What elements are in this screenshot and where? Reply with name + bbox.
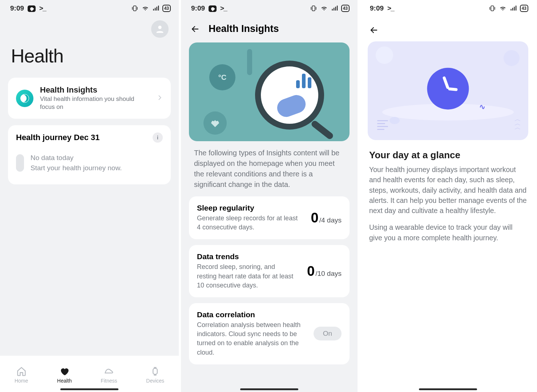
arrow-left-icon [368, 26, 379, 34]
nav-health[interactable]: Health [57, 366, 72, 384]
screen-day-at-glance: 9:09 >_ 43 ∿ ︿︿︿ Your day at a glance Yo… [358, 0, 536, 392]
insights-intro: The following types of Insights content … [181, 146, 358, 196]
back-button[interactable] [190, 24, 201, 34]
svg-rect-11 [337, 6, 338, 11]
back-button[interactable] [368, 25, 379, 36]
glance-heading: Your day at a glance [360, 150, 536, 164]
svg-point-5 [158, 26, 161, 29]
data-trends-card[interactable]: Data trends Record sleep, snoring, and r… [189, 245, 350, 297]
arrow-left-icon [190, 25, 201, 33]
sleep-sub: Generate sleep records for at least 4 co… [197, 214, 300, 232]
vibrate-icon [131, 5, 138, 12]
home-indicator[interactable] [60, 388, 118, 390]
sleep-regularity-card[interactable]: Sleep regularity Generate sleep records … [189, 196, 350, 239]
insights-title: Health Insights [40, 85, 150, 95]
battery-icon: 43 [341, 5, 350, 12]
watch-icon [150, 366, 160, 376]
svg-rect-8 [332, 9, 332, 11]
svg-rect-3 [156, 7, 157, 11]
nav-devices[interactable]: Devices [146, 366, 164, 384]
svg-rect-13 [510, 9, 511, 11]
journey-date: Dec 31 [74, 133, 100, 142]
status-time: 9:09 [191, 4, 205, 12]
profile-avatar[interactable] [151, 20, 169, 38]
svg-rect-15 [514, 7, 514, 11]
sleep-progress: 0/4 days [311, 210, 342, 226]
svg-rect-16 [516, 6, 516, 11]
corr-toggle[interactable]: On [314, 327, 342, 340]
status-bar: 9:09 >_ 43 [0, 0, 179, 17]
glance-hero-image: ∿ ︿︿︿ [368, 41, 528, 140]
wifi-icon [499, 5, 507, 12]
nav-fitness[interactable]: Fitness [101, 366, 117, 384]
journey-label: Health journey [16, 133, 72, 142]
glance-para1: Your health journey displays important w… [360, 164, 536, 222]
glance-para2: Using a wearable device to track your da… [360, 222, 536, 249]
bottom-nav: Home Health Fitness Devices [0, 356, 179, 392]
svg-rect-9 [334, 8, 334, 11]
screen-health-home: 9:09 >_ 43 Health Health Insights [0, 0, 179, 392]
health-journey-card[interactable]: Health journey Dec 31 i No data today St… [8, 125, 171, 184]
battery-icon: 43 [162, 5, 171, 12]
home-indicator[interactable] [240, 388, 298, 390]
insights-subtitle: Vital health information you should focu… [40, 95, 150, 112]
wifi-icon [141, 5, 149, 12]
status-time: 9:09 [370, 4, 384, 12]
svg-rect-1 [153, 9, 154, 11]
insights-hero-image: °C [189, 42, 350, 141]
vibrate-icon [489, 5, 496, 12]
heart-app-icon [28, 5, 36, 12]
person-icon [155, 24, 165, 34]
trends-title: Data trends [197, 252, 296, 261]
status-bar: 9:09 >_ 43 [181, 0, 358, 17]
health-insights-card[interactable]: Health Insights Vital health information… [8, 78, 171, 119]
svg-rect-2 [155, 8, 156, 11]
terminal-icon: >_ [387, 4, 394, 12]
svg-rect-0 [133, 6, 136, 11]
terminal-icon: >_ [39, 4, 46, 12]
empty-marker-icon [16, 154, 24, 172]
shoe-icon [104, 366, 114, 376]
page-title: Health [0, 38, 179, 78]
journey-empty-line1: No data today [31, 153, 122, 163]
svg-rect-7 [312, 6, 315, 11]
data-correlation-card[interactable]: Data correlation Correlation analysis be… [189, 303, 350, 364]
trends-progress: 0/10 days [307, 264, 342, 279]
svg-rect-14 [512, 8, 513, 11]
info-icon[interactable]: i [153, 132, 163, 143]
nav-home[interactable]: Home [15, 366, 28, 384]
status-bar: 9:09 >_ 43 [360, 0, 536, 17]
journey-empty-line2: Start your health journey now. [31, 163, 122, 173]
signal-icon [331, 5, 338, 12]
svg-rect-12 [491, 6, 494, 11]
terminal-icon: >_ [220, 4, 227, 12]
svg-rect-10 [335, 7, 336, 11]
screen-health-insights: 9:09 >_ 43 Health Insights °C The follow… [179, 0, 358, 392]
home-icon [16, 366, 27, 376]
corr-sub: Correlation analysis between health indi… [197, 320, 303, 357]
home-indicator[interactable] [419, 388, 477, 390]
insights-eye-icon [16, 90, 33, 107]
page-title: Health Insights [209, 23, 279, 34]
heart-icon [59, 366, 69, 376]
svg-rect-4 [158, 6, 159, 11]
signal-icon [152, 5, 160, 12]
chevron-right-icon [157, 93, 163, 103]
vibrate-icon [310, 5, 317, 12]
battery-icon: 43 [520, 5, 528, 12]
wifi-icon [320, 5, 328, 12]
signal-icon [510, 5, 517, 12]
trends-sub: Record sleep, snoring, and resting heart… [197, 262, 296, 290]
svg-rect-6 [153, 368, 157, 374]
heart-app-icon [209, 5, 217, 12]
sleep-title: Sleep regularity [197, 204, 300, 212]
status-time: 9:09 [10, 4, 24, 12]
corr-title: Data correlation [197, 310, 303, 319]
